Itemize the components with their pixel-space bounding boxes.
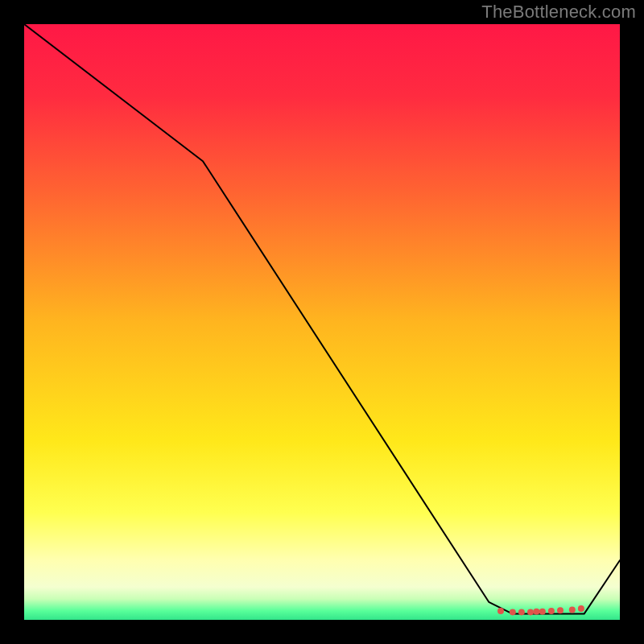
gradient-background — [24, 24, 620, 620]
marker-dot — [527, 609, 534, 615]
marker-dot — [539, 609, 546, 615]
plot-area — [24, 24, 620, 620]
marker-dot — [533, 609, 539, 615]
chart-frame: TheBottleneck.com — [0, 0, 644, 644]
marker-dot — [497, 608, 504, 614]
marker-dot — [578, 605, 584, 612]
chart-svg — [24, 24, 620, 620]
marker-dot — [518, 609, 525, 615]
marker-dot — [557, 607, 564, 613]
watermark-label: TheBottleneck.com — [481, 2, 636, 23]
marker-dot — [510, 609, 516, 615]
marker-dot — [569, 606, 576, 613]
marker-dot — [548, 608, 555, 614]
